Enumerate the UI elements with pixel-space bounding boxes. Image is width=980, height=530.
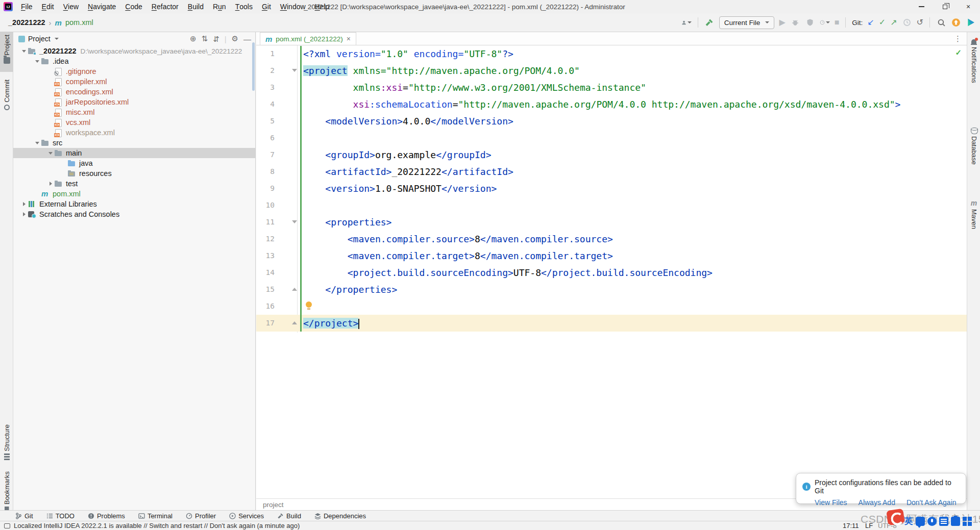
- restore-button[interactable]: [933, 0, 957, 13]
- editor-breadcrumb-item[interactable]: project: [263, 501, 284, 509]
- panel-settings-icon[interactable]: ⚙: [232, 34, 238, 43]
- fold-end-icon[interactable]: [292, 288, 297, 291]
- minimize-button[interactable]: [910, 0, 933, 13]
- tree-item-java[interactable]: java: [13, 158, 255, 168]
- voice-input-icon[interactable]: [927, 517, 937, 526]
- tree-item-resources[interactable]: resources: [13, 168, 255, 179]
- menu-run[interactable]: Run: [208, 0, 231, 13]
- code-line-1[interactable]: 1<?xml version="1.0" encoding="UTF-8"?>: [256, 45, 967, 62]
- menu-view[interactable]: View: [59, 0, 83, 13]
- code-line-2[interactable]: 2<project xmlns="http://maven.apache.org…: [256, 62, 967, 79]
- message-bubble-icon[interactable]: [916, 517, 925, 526]
- tree-item-vcs.xml[interactable]: vcs.xml: [13, 117, 255, 128]
- ime-keyboard-icon[interactable]: [939, 517, 948, 526]
- fold-start-icon[interactable]: [292, 220, 297, 223]
- toolwindow-services[interactable]: Services: [229, 512, 264, 520]
- close-button[interactable]: ×: [957, 0, 980, 13]
- code-line-4[interactable]: 4 xsi:schemaLocation="http://maven.apach…: [256, 96, 967, 113]
- user-account-icon[interactable]: [681, 17, 692, 28]
- code-line-5[interactable]: 5 <modelVersion>4.0.0</modelVersion>: [256, 113, 967, 130]
- code-line-14[interactable]: 14 <project.build.sourceEncoding>UTF-8</…: [256, 264, 967, 281]
- chevron-down-icon[interactable]: [47, 149, 54, 157]
- always-add-link[interactable]: Always Add: [859, 498, 895, 507]
- project-tree-scrollbar[interactable]: [252, 42, 255, 91]
- code-line-17[interactable]: 17</project>: [256, 315, 967, 332]
- fold-start-icon[interactable]: [292, 69, 297, 72]
- code-line-15[interactable]: 15 </properties>: [256, 281, 967, 298]
- view-files-link[interactable]: View Files: [815, 498, 847, 507]
- expand-all-icon[interactable]: ⇅: [201, 34, 208, 43]
- code-line-12[interactable]: 12 <maven.compiler.source>8</maven.compi…: [256, 231, 967, 247]
- tree-item-main[interactable]: main: [13, 148, 255, 158]
- toolwindow-todo[interactable]: TODO: [46, 512, 75, 520]
- menu-code[interactable]: Code: [120, 0, 146, 13]
- dont-ask-again-link[interactable]: Don't Ask Again: [906, 498, 957, 507]
- tree-item-src[interactable]: src: [13, 138, 255, 148]
- stripe-tab-project[interactable]: Project: [0, 32, 13, 72]
- collapse-all-icon[interactable]: ⇅: [213, 34, 219, 43]
- tree-item-external-libraries[interactable]: External Libraries: [13, 199, 255, 209]
- code-with-me-icon[interactable]: [966, 17, 976, 28]
- menu-edit[interactable]: Edit: [37, 0, 59, 13]
- code-line-10[interactable]: 10: [256, 197, 967, 214]
- git-push-icon[interactable]: ↗: [890, 18, 897, 27]
- toolwindow-problems[interactable]: Problems: [88, 512, 125, 520]
- ime-grid-icon[interactable]: [963, 517, 972, 526]
- locate-file-icon[interactable]: ⊕: [190, 34, 197, 43]
- code-line-3[interactable]: 3 xmlns:xsi="http://www.w3.org/2001/XMLS…: [256, 79, 967, 96]
- git-update-icon[interactable]: ↙: [867, 18, 874, 27]
- clipboard-icon[interactable]: [951, 517, 960, 526]
- intention-bulb-icon[interactable]: [306, 301, 312, 308]
- stripe-tab-bookmarks[interactable]: Bookmarks: [0, 469, 13, 515]
- chevron-right-icon[interactable]: [20, 200, 28, 208]
- tree-item-scratches-and-consoles[interactable]: Scratches and Consoles: [13, 209, 255, 219]
- code-line-11[interactable]: 11 <properties>: [256, 214, 967, 231]
- code-line-8[interactable]: 8 <artifactId>_20221222</artifactId>: [256, 163, 967, 180]
- stripe-tab-notifications[interactable]: Notifications: [967, 36, 980, 103]
- tree-item-workspace.xml[interactable]: workspace.xml: [13, 128, 255, 138]
- chinese-english-toggle-icon[interactable]: 英: [904, 515, 913, 527]
- stripe-tab-database[interactable]: Database: [967, 125, 980, 181]
- stripe-tab-structure[interactable]: Structure: [0, 422, 13, 466]
- menu-refactor[interactable]: Refactor: [147, 0, 183, 13]
- profiler-icon[interactable]: [820, 17, 830, 28]
- menu-build[interactable]: Build: [183, 0, 208, 13]
- project-panel-title[interactable]: Project: [28, 35, 51, 43]
- tree-item-.idea[interactable]: .idea: [13, 56, 255, 66]
- chevron-down-icon[interactable]: [34, 58, 41, 65]
- code-editor[interactable]: 1<?xml version="1.0" encoding="UTF-8"?>2…: [256, 45, 967, 498]
- project-view-dropdown-icon[interactable]: [55, 38, 59, 40]
- tree-item-misc.xml[interactable]: misc.xml: [13, 107, 255, 117]
- toolwindow-build[interactable]: Build: [277, 512, 301, 520]
- tab-close-icon[interactable]: ×: [347, 35, 351, 42]
- tab-options-kebab-icon[interactable]: ⋮: [954, 34, 962, 43]
- toolwindow-dependencies[interactable]: Dependencies: [314, 512, 366, 520]
- toolwindow-terminal[interactable]: Terminal: [138, 512, 173, 520]
- coverage-icon[interactable]: [805, 17, 815, 28]
- search-everywhere-icon[interactable]: [936, 17, 946, 28]
- stripe-tab-commit[interactable]: Commit: [0, 77, 13, 116]
- event-log-icon[interactable]: [4, 523, 10, 528]
- build-project-icon[interactable]: [704, 17, 715, 28]
- toolwindow-git[interactable]: Git: [15, 512, 33, 520]
- breadcrumb-project[interactable]: _20221222: [8, 18, 45, 27]
- stripe-tab-maven[interactable]: m Maven: [967, 196, 980, 247]
- git-commit-check-icon[interactable]: ✓: [879, 18, 886, 27]
- breadcrumb-file[interactable]: pom.xml: [65, 18, 93, 27]
- code-line-13[interactable]: 13 <maven.compiler.target>8</maven.compi…: [256, 247, 967, 264]
- menu-navigate[interactable]: Navigate: [83, 0, 120, 13]
- debug-icon[interactable]: [790, 17, 800, 28]
- tree-item-compiler.xml[interactable]: compiler.xml: [13, 77, 255, 87]
- code-line-7[interactable]: 7 <groupId>org.example</groupId>: [256, 146, 967, 163]
- editor-tab-pom[interactable]: m pom.xml (_20221222) ×: [260, 32, 356, 45]
- run-icon[interactable]: ▶: [779, 18, 785, 27]
- update-available-icon[interactable]: [951, 17, 961, 28]
- tree-item-jarrepositories.xml[interactable]: jarRepositories.xml: [13, 97, 255, 107]
- toolwindow-profiler[interactable]: Profiler: [186, 512, 216, 520]
- status-message[interactable]: Localized IntelliJ IDEA 2022.2.1 is avai…: [14, 522, 300, 529]
- hide-panel-icon[interactable]: —: [243, 35, 251, 43]
- chevron-right-icon[interactable]: [47, 180, 54, 187]
- tree-item-test[interactable]: test: [13, 179, 255, 189]
- run-configuration-select[interactable]: Current File: [719, 16, 775, 29]
- tree-item-pom.xml[interactable]: pom.xml: [13, 189, 255, 199]
